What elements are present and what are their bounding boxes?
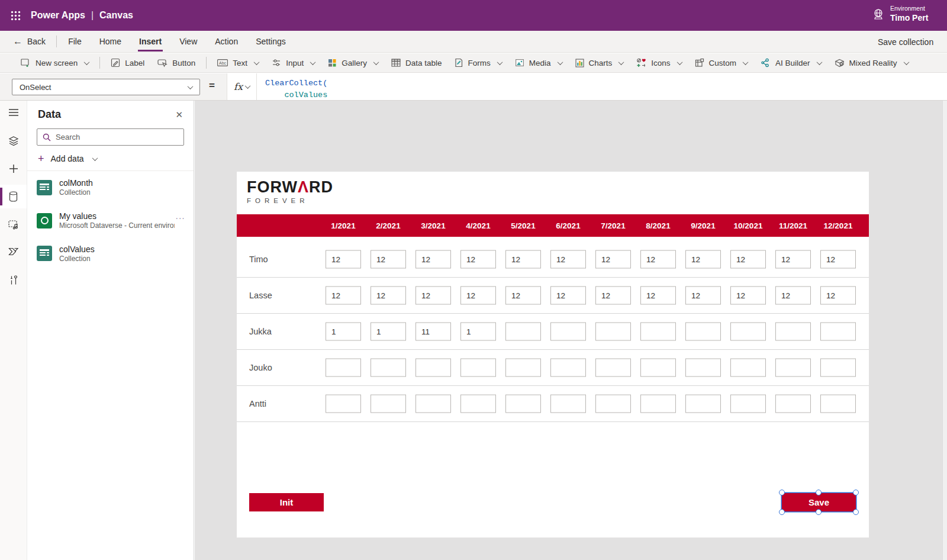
value-input[interactable]: [326, 395, 361, 413]
selection-handle[interactable]: [816, 509, 822, 515]
data-source-colvalues[interactable]: colValues Collection: [27, 237, 194, 271]
add-data-button[interactable]: + Add data: [38, 153, 184, 164]
formula-input-area[interactable]: fx ClearCollect( colValues: [227, 73, 947, 100]
value-input[interactable]: [326, 359, 361, 377]
value-input[interactable]: [371, 323, 406, 341]
value-input[interactable]: [595, 287, 631, 305]
property-selector[interactable]: OnSelect: [12, 79, 200, 95]
label-button[interactable]: Label: [104, 53, 151, 73]
value-input[interactable]: [775, 287, 811, 305]
value-input[interactable]: [730, 395, 766, 413]
menu-item-view[interactable]: View: [170, 31, 206, 53]
media-button[interactable]: Media: [508, 53, 569, 73]
value-input[interactable]: [685, 287, 721, 305]
selection-handle[interactable]: [779, 509, 785, 515]
app-screen[interactable]: FORWΛRD FOREVER 1/20212/20213/20214/2021…: [237, 172, 869, 538]
vertical-scrollbar[interactable]: [942, 101, 947, 560]
mixed-reality-button[interactable]: Mixed Reality: [828, 53, 915, 73]
search-box[interactable]: [37, 128, 184, 146]
value-input[interactable]: [820, 287, 856, 305]
input-button[interactable]: Input: [265, 53, 321, 73]
value-input[interactable]: [550, 395, 586, 413]
value-input[interactable]: [550, 287, 586, 305]
formula-code[interactable]: ClearCollect( colValues: [257, 73, 947, 100]
power-automate-icon[interactable]: [0, 240, 27, 263]
value-input[interactable]: [326, 287, 361, 305]
value-input[interactable]: [640, 287, 676, 305]
value-input[interactable]: [505, 250, 541, 269]
search-input[interactable]: [56, 133, 178, 141]
value-input[interactable]: [775, 323, 811, 341]
value-input[interactable]: [820, 323, 856, 341]
value-input[interactable]: [326, 323, 361, 341]
value-input[interactable]: [460, 323, 496, 341]
menu-item-file[interactable]: File: [59, 31, 91, 53]
data-source-colmonth[interactable]: colMonth Collection: [27, 171, 194, 204]
fx-dropdown[interactable]: fx: [227, 73, 257, 100]
value-input[interactable]: [460, 250, 496, 269]
selection-handle[interactable]: [853, 509, 859, 515]
value-input[interactable]: [415, 323, 451, 341]
value-input[interactable]: [326, 250, 361, 269]
media-panel-icon[interactable]: [0, 213, 27, 236]
icons-button[interactable]: Icons: [630, 53, 688, 73]
selection-handle[interactable]: [853, 490, 859, 495]
value-input[interactable]: [820, 250, 856, 269]
value-input[interactable]: [685, 250, 721, 269]
value-input[interactable]: [460, 287, 496, 305]
value-input[interactable]: [505, 359, 541, 377]
save-collection-button[interactable]: Save collection: [878, 31, 933, 53]
menu-item-home[interactable]: Home: [91, 31, 130, 53]
charts-button[interactable]: Charts: [569, 53, 630, 73]
value-input[interactable]: [730, 323, 766, 341]
init-button[interactable]: Init: [249, 493, 324, 511]
value-input[interactable]: [820, 359, 856, 377]
value-input[interactable]: [415, 359, 451, 377]
value-input[interactable]: [595, 359, 631, 377]
selection-handle[interactable]: [779, 490, 785, 495]
value-input[interactable]: [595, 395, 631, 413]
menu-item-insert[interactable]: Insert: [130, 31, 170, 53]
value-input[interactable]: [371, 250, 406, 269]
hamburger-icon[interactable]: [0, 101, 27, 124]
value-input[interactable]: [371, 359, 406, 377]
value-input[interactable]: [460, 359, 496, 377]
value-input[interactable]: [505, 323, 541, 341]
value-input[interactable]: [730, 250, 766, 269]
forms-button[interactable]: Forms: [448, 53, 508, 73]
value-input[interactable]: [371, 287, 406, 305]
gallery-button[interactable]: Gallery: [321, 53, 385, 73]
environment-picker[interactable]: Environment Timo Pert: [872, 4, 928, 24]
value-input[interactable]: [550, 359, 586, 377]
new-screen-button[interactable]: New screen: [14, 53, 95, 73]
data-table-button[interactable]: Data table: [385, 53, 449, 73]
selection-handle[interactable]: [816, 490, 822, 495]
value-input[interactable]: [640, 395, 676, 413]
value-input[interactable]: [730, 359, 766, 377]
value-input[interactable]: [505, 395, 541, 413]
value-input[interactable]: [775, 250, 811, 269]
value-input[interactable]: [550, 250, 586, 269]
value-input[interactable]: [415, 250, 451, 269]
text-button[interactable]: Abc Text: [211, 53, 265, 73]
close-icon[interactable]: ✕: [175, 110, 183, 120]
value-input[interactable]: [775, 359, 811, 377]
value-input[interactable]: [775, 395, 811, 413]
value-input[interactable]: [550, 323, 586, 341]
value-input[interactable]: [640, 250, 676, 269]
insert-plus-icon[interactable]: [0, 157, 27, 181]
value-input[interactable]: [415, 287, 451, 305]
more-options-icon[interactable]: ...: [176, 211, 185, 221]
tree-view-icon[interactable]: [0, 129, 27, 153]
value-input[interactable]: [371, 395, 406, 413]
menu-item-action[interactable]: Action: [206, 31, 247, 53]
back-button[interactable]: ← Back: [13, 36, 54, 47]
value-input[interactable]: [505, 287, 541, 305]
value-input[interactable]: [415, 395, 451, 413]
waffle-icon[interactable]: [0, 0, 31, 31]
advanced-tools-icon[interactable]: [0, 268, 27, 292]
custom-button[interactable]: Custom: [688, 53, 755, 73]
app-name[interactable]: Power Apps: [31, 10, 85, 21]
value-input[interactable]: [730, 287, 766, 305]
data-sources-icon[interactable]: [0, 185, 27, 208]
